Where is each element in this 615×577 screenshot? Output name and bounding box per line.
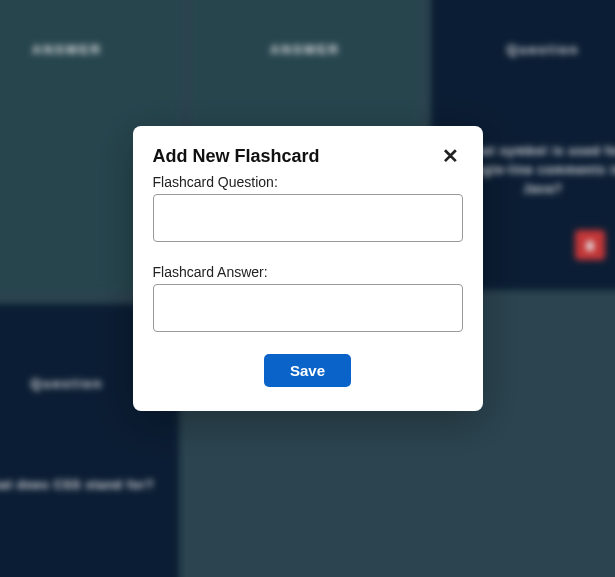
question-input[interactable] (153, 194, 463, 242)
add-flashcard-modal: Add New Flashcard ✕ Flashcard Question: … (133, 126, 483, 411)
save-button[interactable]: Save (264, 354, 351, 387)
modal-overlay: Add New Flashcard ✕ Flashcard Question: … (0, 0, 615, 577)
modal-title: Add New Flashcard (153, 146, 320, 167)
close-button[interactable]: ✕ (438, 144, 463, 168)
answer-label: Flashcard Answer: (153, 264, 463, 280)
question-label: Flashcard Question: (153, 174, 463, 190)
answer-input[interactable] (153, 284, 463, 332)
close-icon: ✕ (442, 145, 459, 167)
